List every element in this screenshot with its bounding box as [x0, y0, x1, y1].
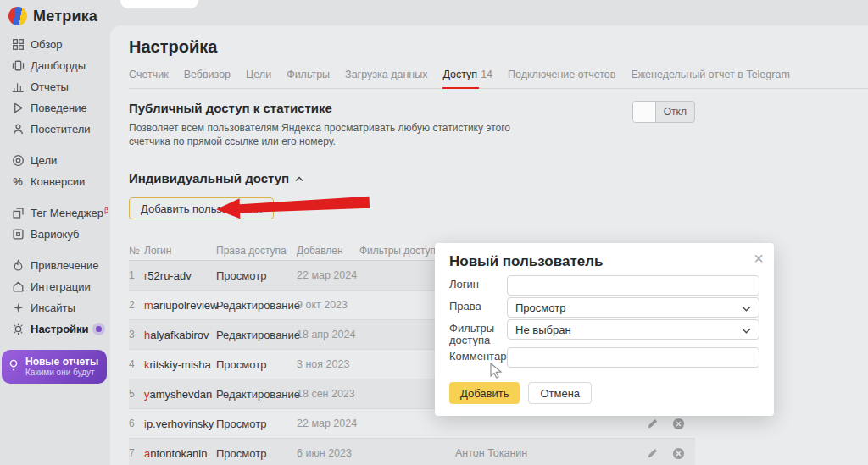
row-number: 2 — [129, 299, 144, 311]
banner-title: Новые отчеты — [25, 356, 98, 368]
cancel-button[interactable]: Отмена — [528, 382, 592, 404]
delete-icon[interactable] — [671, 446, 685, 460]
sidebar-item-conversions[interactable]: % Конверсии — [0, 171, 110, 192]
rights-select[interactable]: Просмотр — [507, 297, 760, 318]
filters-select[interactable]: Не выбран — [507, 319, 760, 340]
sidebar-item-overview[interactable]: Обзор — [0, 34, 110, 55]
app-logo-text: Метрика — [33, 8, 97, 25]
app-logo[interactable]: Метрика — [0, 0, 110, 29]
new-reports-banner[interactable]: Новые отчеты Какими они будут — [2, 350, 107, 384]
new-user-modal: Новый пользователь × Логин Права Просмот… — [435, 243, 774, 416]
row-rights: Просмотр — [216, 358, 297, 371]
sidebar-item-integrations[interactable]: Интеграции — [0, 276, 110, 297]
beta-badge: β — [104, 206, 108, 214]
settings-notification-dot — [96, 326, 102, 332]
row-number: 4 — [129, 358, 144, 370]
edit-pencil-icon[interactable] — [646, 446, 659, 460]
sidebar-item-variocube[interactable]: Вариокуб — [0, 224, 110, 245]
banner-text: Новые отчеты Какими они будут — [25, 356, 98, 378]
insights-sparkle-icon — [11, 302, 25, 315]
sidebar-group-main: Обзор Дашборды Отчеты Поведение — [0, 34, 110, 140]
sidebar-item-tag-manager[interactable]: Тег Менеджерβ — [0, 202, 110, 224]
visitors-person-icon — [11, 123, 25, 136]
sidebar-item-visitors[interactable]: Посетители — [0, 119, 110, 140]
sidebar-item-reports[interactable]: Отчеты — [0, 76, 110, 97]
public-access-toggle[interactable]: Откл — [632, 101, 695, 123]
close-icon[interactable]: × — [754, 250, 764, 267]
sidebar-item-goals[interactable]: Цели — [0, 150, 110, 171]
filters-select-value: Не выбран — [515, 324, 571, 336]
toggle-label: Откл — [656, 102, 694, 122]
delete-icon[interactable] — [671, 417, 685, 430]
row-number: 7 — [129, 447, 144, 459]
tab-telegram-report[interactable]: Еженедельный отчет в Telegram — [631, 69, 789, 80]
sidebar-item-label: Вариокуб — [31, 228, 80, 241]
comment-label: Комментарий — [449, 347, 507, 363]
metrika-settings-page: Метрика Обзор Дашборды Отчеты — [0, 0, 868, 465]
row-rights: Редактирование — [216, 329, 297, 341]
chevron-up-icon — [295, 170, 303, 185]
tab-report-connection[interactable]: Подключение отчетов — [508, 69, 615, 80]
sidebar: Метрика Обзор Дашборды Отчеты — [0, 0, 110, 465]
sidebar-item-insights[interactable]: Инсайты — [0, 297, 110, 318]
sidebar-item-dashboards[interactable]: Дашборды — [0, 55, 110, 76]
toggle-knob — [633, 102, 656, 122]
tab-filters[interactable]: Фильтры — [287, 69, 330, 80]
dashboards-icon — [11, 59, 25, 73]
row-added: 3 ноя 2023 — [297, 358, 359, 370]
login-label: Логин — [449, 275, 507, 291]
sidebar-group-goals: Цели % Конверсии — [0, 150, 110, 192]
table-row[interactable]: 7 antontokanin Просмотр 6 июн 2023 Антон… — [129, 439, 695, 465]
submit-button[interactable]: Добавить — [449, 382, 520, 404]
login-input[interactable] — [507, 275, 760, 296]
row-login[interactable]: yamyshevdan — [144, 388, 216, 401]
row-rights: Просмотр — [216, 269, 297, 282]
sidebar-item-attraction[interactable]: Привлечение — [0, 255, 110, 276]
red-arrow-annotation — [214, 191, 371, 225]
row-login[interactable]: antontokanin — [144, 447, 216, 460]
rights-label: Права — [449, 297, 507, 313]
rights-select-value: Просмотр — [515, 302, 565, 314]
sidebar-group-tools: Тег Менеджерβ Вариокуб — [0, 202, 110, 245]
row-login[interactable]: ip.verhovinsky — [144, 418, 216, 430]
tab-data-upload[interactable]: Загрузка данных — [345, 69, 427, 80]
row-login[interactable]: kritskiy-misha — [144, 358, 216, 371]
login-row: Логин — [449, 275, 760, 296]
sidebar-item-label: Тег Менеджерβ — [31, 206, 108, 219]
sidebar-item-behavior[interactable]: Поведение — [0, 97, 110, 119]
row-login[interactable]: halyafkabirov — [144, 329, 216, 341]
filters-label: Фильтры доступа — [449, 319, 507, 346]
comment-input[interactable] — [507, 347, 760, 368]
tag-manager-icon — [11, 207, 25, 220]
row-added: 18 апр 2024 — [297, 329, 359, 340]
sidebar-item-settings[interactable]: Настройки — [0, 318, 110, 340]
sidebar-item-label: Привлечение — [31, 259, 99, 272]
tab-webvisor[interactable]: Вебвизор — [184, 69, 231, 80]
tab-access[interactable]: Доступ14 — [442, 69, 492, 80]
col-rights: Права доступа — [216, 245, 297, 257]
col-added: Добавлен — [297, 245, 359, 257]
public-access-section: Публичный доступ к статистике Позволяет … — [129, 101, 536, 148]
sidebar-item-label: Настройки — [31, 323, 89, 335]
tab-access-count: 14 — [481, 69, 492, 80]
row-rights: Просмотр — [216, 447, 297, 460]
sidebar-item-label: Инсайты — [31, 302, 75, 314]
banner-subtitle: Какими они будут — [25, 368, 98, 378]
row-login[interactable]: mariupolreview — [144, 299, 216, 312]
goals-target-icon — [11, 154, 25, 168]
page-title: Настройка — [129, 37, 868, 57]
top-tab-stub — [120, 0, 198, 8]
row-added: 18 сен 2023 — [297, 388, 359, 400]
sidebar-group-growth: Привлечение Интеграции Инсайты Настройки — [0, 255, 110, 340]
individual-access-title: Индивидуальный доступ — [129, 171, 289, 185]
sidebar-item-label: Обзор — [31, 38, 63, 51]
public-access-title: Публичный доступ к статистике — [129, 101, 536, 115]
row-number: 3 — [129, 329, 144, 340]
row-number: 6 — [129, 418, 144, 429]
individual-access-header[interactable]: Индивидуальный доступ — [129, 170, 695, 185]
modal-title: Новый пользователь — [449, 253, 760, 270]
row-login[interactable]: r52ru-adv — [144, 269, 216, 282]
tab-goals[interactable]: Цели — [246, 69, 271, 80]
edit-pencil-icon[interactable] — [646, 417, 659, 430]
tab-counter[interactable]: Счетчик — [129, 69, 169, 80]
